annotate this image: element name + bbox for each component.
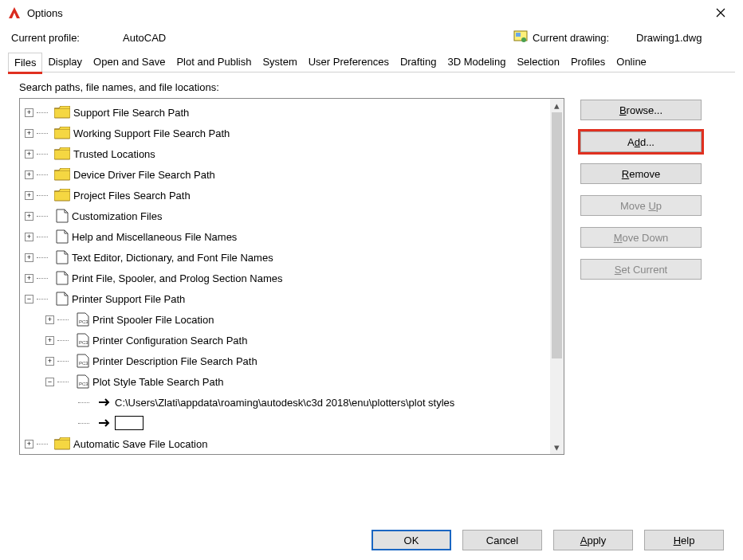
path-edit-input[interactable] <box>115 416 143 430</box>
panel-heading: Search paths, file names, and file locat… <box>19 81 724 93</box>
expand-icon[interactable]: + <box>25 440 33 448</box>
collapse-icon[interactable]: − <box>25 295 33 303</box>
expand-icon[interactable]: + <box>25 191 33 200</box>
file-pc3-icon: PC3 <box>77 374 89 389</box>
scroll-thumb[interactable] <box>552 112 562 358</box>
folder-icon <box>54 147 70 160</box>
remove-button[interactable]: Remove <box>580 163 702 184</box>
tree-label: Text Editor, Dictionary, and Font File N… <box>72 252 273 264</box>
tree-label: Print File, Spooler, and Prolog Section … <box>72 272 282 284</box>
expand-icon[interactable]: + <box>25 129 33 138</box>
collapse-icon[interactable]: − <box>45 378 54 386</box>
tab-selection[interactable]: Selection <box>511 53 564 72</box>
close-button[interactable] <box>705 0 737 25</box>
tree-item-project[interactable]: + Project Files Search Path <box>25 185 550 206</box>
tree-label: Trusted Locations <box>73 148 155 160</box>
current-drawing-value: Drawing1.dwg <box>636 32 732 44</box>
scroll-up-icon[interactable]: ▴ <box>550 99 564 112</box>
expand-icon[interactable]: + <box>45 357 54 366</box>
tab-files[interactable]: Files <box>8 53 42 72</box>
drawing-icon <box>513 30 528 45</box>
tree-item-trusted[interactable]: + Trusted Locations <box>25 143 550 164</box>
tab-user-prefs[interactable]: User Preferences <box>303 53 395 72</box>
svg-rect-6 <box>54 170 70 180</box>
tree-item-plot-style[interactable]: − PC3 Plot Style Table Search Path <box>25 371 550 392</box>
file-pc3-icon: PC3 <box>77 333 89 347</box>
tree-label: Working Support File Search Path <box>73 127 230 139</box>
tab-profiles[interactable]: Profiles <box>565 53 611 72</box>
tree-scrollbar[interactable]: ▴ ▾ <box>550 99 564 454</box>
svg-rect-1 <box>516 33 521 37</box>
tree-item-printer[interactable]: − Printer Support File Path <box>25 288 550 309</box>
file-icon <box>56 292 69 306</box>
expand-icon[interactable]: + <box>25 233 33 241</box>
svg-text:PC3: PC3 <box>79 340 88 345</box>
move-up-button[interactable]: Move Up <box>580 195 702 216</box>
tab-3d-modeling[interactable]: 3D Modeling <box>442 53 511 72</box>
tree-item-plot-path[interactable]: C:\Users\Zlati\appdata\roaming\autodesk\… <box>25 392 550 413</box>
tab-system[interactable]: System <box>257 53 302 72</box>
set-current-button[interactable]: Set Current <box>580 259 702 280</box>
ok-button[interactable]: OK <box>372 530 451 550</box>
tree-label: C:\Users\Zlati\appdata\roaming\autodesk\… <box>115 397 454 409</box>
folder-icon <box>54 106 70 119</box>
tree-item-edit-new[interactable] <box>25 413 550 433</box>
svg-rect-12 <box>54 440 70 449</box>
tree-item-support[interactable]: + Support File Search Path <box>25 102 550 123</box>
tree-label: Printer Configuration Search Path <box>92 335 247 347</box>
tree-item-working[interactable]: + Working Support File Search Path <box>25 123 550 143</box>
file-pc3-icon: PC3 <box>77 312 89 327</box>
expand-icon[interactable]: + <box>25 170 33 179</box>
expand-icon[interactable]: + <box>45 315 54 324</box>
tab-drafting[interactable]: Drafting <box>395 53 442 72</box>
svg-text:PC3: PC3 <box>79 382 88 386</box>
tree-item-spooler[interactable]: + PC3 Print Spooler File Location <box>25 309 550 330</box>
tree-item-device[interactable]: + Device Driver File Search Path <box>25 164 550 185</box>
svg-rect-7 <box>54 191 70 201</box>
file-icon <box>56 250 69 264</box>
apply-button[interactable]: Apply <box>553 530 633 550</box>
help-button[interactable]: Help <box>644 530 724 550</box>
window-title: Options <box>27 7 705 19</box>
expand-icon[interactable]: + <box>25 150 33 159</box>
current-drawing-label: Current drawing: <box>533 32 636 44</box>
tree-item-dict[interactable]: + Text Editor, Dictionary, and Font File… <box>25 247 550 268</box>
options-tabbar: Files Display Open and Save Plot and Pub… <box>0 53 743 73</box>
tree-item-print[interactable]: + Print File, Spooler, and Prolog Sectio… <box>25 268 550 288</box>
svg-rect-3 <box>54 108 70 118</box>
move-down-button[interactable]: Move Down <box>580 227 702 248</box>
expand-icon[interactable]: + <box>25 274 33 283</box>
tree-label: Device Driver File Search Path <box>73 169 215 181</box>
folder-icon <box>54 437 70 450</box>
tree-item-desc[interactable]: + PC3 Printer Description File Search Pa… <box>25 350 550 371</box>
tree-label: Customization Files <box>72 210 162 222</box>
tree-item-help[interactable]: + Help and Miscellaneous File Names <box>25 226 550 247</box>
browse-button[interactable]: Browse... <box>580 100 702 120</box>
folder-icon <box>54 168 70 181</box>
expand-icon[interactable]: + <box>45 336 54 345</box>
tree-item-config[interactable]: + PC3 Printer Configuration Search Path <box>25 330 550 350</box>
tab-display[interactable]: Display <box>42 53 88 72</box>
tree-label: Automatic Save File Location <box>73 438 207 450</box>
folder-icon <box>54 127 70 139</box>
tree-label: Print Spooler File Location <box>92 314 214 326</box>
tree-label: Support File Search Path <box>73 107 189 119</box>
file-tree[interactable]: + Support File Search Path + Working Sup… <box>19 98 564 455</box>
cancel-button[interactable]: Cancel <box>462 530 542 550</box>
tree-label: Printer Description File Search Path <box>92 355 257 367</box>
tree-item-customization[interactable]: + Customization Files <box>25 206 550 226</box>
current-profile-label: Current profile: <box>11 32 123 44</box>
tree-item-autosave[interactable]: + Automatic Save File Location <box>25 433 550 454</box>
tab-online[interactable]: Online <box>611 53 652 72</box>
add-button[interactable]: Add... <box>580 131 702 152</box>
svg-rect-4 <box>54 129 70 139</box>
tab-open-save[interactable]: Open and Save <box>88 53 171 72</box>
expand-icon[interactable]: + <box>25 108 33 117</box>
expand-icon[interactable]: + <box>25 212 33 221</box>
tab-plot[interactable]: Plot and Publish <box>171 53 257 72</box>
scroll-down-icon[interactable]: ▾ <box>550 441 564 454</box>
expand-icon[interactable]: + <box>25 253 33 262</box>
file-pc3-icon: PC3 <box>77 354 89 368</box>
svg-text:PC3: PC3 <box>79 319 88 324</box>
svg-rect-5 <box>54 150 70 159</box>
